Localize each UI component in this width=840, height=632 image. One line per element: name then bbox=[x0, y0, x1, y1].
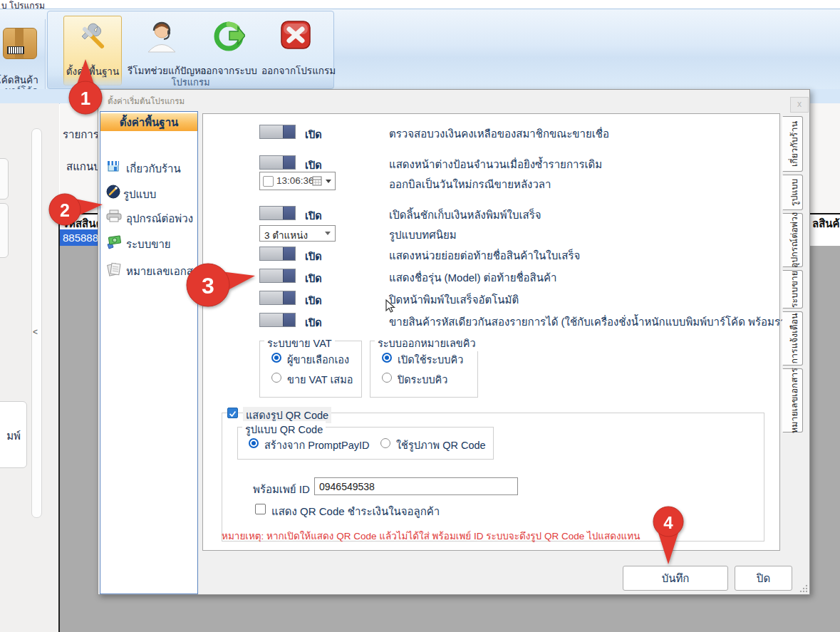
toggle-description: แสดงหน่วยย่อยต่อท้ายชื่อสินค้าในใบเสร็จ bbox=[389, 247, 580, 264]
toggle-description: เปิดลิ้นชักเก็บเงินหลังพิมพ์ใบเสร็จ bbox=[389, 207, 541, 224]
support-person-icon bbox=[145, 20, 178, 53]
resize-grip[interactable] bbox=[799, 584, 808, 593]
close-button[interactable]: ปิด bbox=[735, 566, 792, 591]
collapse-arrow: < bbox=[33, 327, 38, 337]
check-icon bbox=[228, 409, 237, 418]
radio-promptpay[interactable] bbox=[249, 438, 259, 448]
store-icon bbox=[106, 159, 120, 173]
ribbon: พ์บาร์โค้ดสินค้า เกอร์และบาร์โค้ด ตั้งค่… bbox=[0, 9, 840, 90]
group-separator bbox=[45, 19, 46, 95]
promptpay-id-input[interactable] bbox=[314, 477, 518, 495]
tools-icon bbox=[76, 21, 109, 53]
toggle-state: เปิด bbox=[305, 292, 322, 309]
toggle-state: เปิด bbox=[305, 314, 322, 331]
radio-label[interactable]: ผู้ขายเลือกเอง bbox=[287, 351, 349, 368]
combo-arrow-icon bbox=[325, 232, 331, 235]
selected-product-row[interactable]: 8858882 bbox=[60, 229, 98, 246]
mouse-cursor bbox=[385, 299, 396, 314]
queue-group-title: ระบบออกหมายเลขคิว bbox=[375, 335, 479, 351]
toggle-state: เปิด bbox=[305, 157, 322, 173]
vtab-notifications[interactable]: การแจ้งเตือน bbox=[782, 311, 803, 366]
remote-help-button[interactable]: รีโมทช่วยแก้ปัญหา bbox=[128, 16, 196, 84]
sidebar-item-format[interactable]: รูปแบบ bbox=[103, 182, 196, 203]
qr-customer-display-checkbox[interactable] bbox=[255, 504, 266, 514]
dialog-title: ตั้งค่าเริ่มต้นโปรแกรม bbox=[108, 95, 185, 108]
panel-fragment bbox=[0, 158, 9, 200]
vtab-label: เกี่ยวกับร้าน bbox=[787, 121, 802, 167]
toggle-close-print-page[interactable] bbox=[259, 291, 296, 305]
sidebar-header: ตั้งค่าพื้นฐาน bbox=[100, 113, 197, 131]
step-pin-2: 2 bbox=[47, 191, 105, 229]
toggle-show-model[interactable] bbox=[259, 269, 296, 283]
sidebar-item-about-store[interactable]: เกี่ยวกับร้าน bbox=[103, 156, 196, 177]
sidebar-item-sales-system[interactable]: ระบบขาย bbox=[103, 232, 196, 253]
qr-format-group: รูปแบบ QR Code สร้างจาก PromptPayID ใช้ร… bbox=[237, 427, 494, 460]
table-row-fragment bbox=[810, 229, 840, 246]
barcode-box-icon[interactable] bbox=[3, 28, 37, 59]
save-button[interactable]: บันทึก bbox=[623, 566, 728, 591]
toggle-show-subunit[interactable] bbox=[259, 247, 296, 261]
money-icon bbox=[106, 234, 122, 250]
vtab-label: รูปแบบ bbox=[787, 179, 802, 207]
svg-text:2: 2 bbox=[60, 200, 70, 220]
step-pin-1: 1 bbox=[68, 57, 105, 115]
settings-dialog: ตั้งค่าเริ่มต้นโปรแกรม x ตั้งค่าพื้นฐาน … bbox=[98, 89, 810, 595]
vtab-about-store[interactable]: เกี่ยวกับร้าน bbox=[782, 116, 803, 172]
toggle-state: เปิด bbox=[305, 270, 322, 286]
collapse-splitter[interactable]: < bbox=[31, 128, 42, 518]
vtab-sales-system[interactable]: ระบบขาย bbox=[782, 270, 803, 309]
dialog-close-button[interactable]: x bbox=[790, 97, 809, 113]
decimal-row-label: รูปแบบทศนิยม bbox=[389, 227, 457, 244]
exit-program-button[interactable]: ออกจากโปรแกรม bbox=[261, 16, 330, 84]
toggle-description: ปิดหน้าพิมพ์ใบเสร็จอัตโนมัติ bbox=[389, 291, 519, 309]
toggle-duplicate-code-sale[interactable] bbox=[259, 313, 296, 327]
time-row-label: ออกบิลเป็นวันใหม่กรณีขายหลังวลา bbox=[389, 176, 551, 193]
dialog-sidebar: ตั้งค่าพื้นฐาน เกี่ยวกับร้าน รูปแบบ bbox=[100, 111, 198, 594]
toggle-description: ตรวจสอบวงเงินคงเหลือของสมาชิกขณะขายเชื่อ bbox=[389, 125, 609, 143]
vtab-peripherals[interactable]: อุปกรณ์ต่อพ่วง bbox=[782, 213, 803, 267]
sidebar-item-document-numbers[interactable]: หมายเลขเอกสาร bbox=[103, 259, 196, 280]
vtab-format[interactable]: รูปแบบ bbox=[782, 175, 803, 210]
vat-system-group: ระบบขาย VAT ผู้ขายเลือกเอง ขาย VAT เสมอ bbox=[259, 341, 362, 398]
qr-customer-display-label[interactable]: แสดง QR Code ชำระเงินในจอลูกค้า bbox=[271, 503, 440, 520]
radio-label[interactable]: ปิดระบบคิว bbox=[398, 371, 447, 388]
qr-note: หมายเหตุ: หากเปิดให้แสดง QR Code แล้วไม่… bbox=[222, 528, 640, 544]
show-qr-checkbox[interactable] bbox=[227, 408, 238, 418]
toggle-state: เปิด bbox=[305, 248, 322, 264]
radio-queue-on[interactable] bbox=[382, 353, 392, 363]
radio-label[interactable]: ใช้รูปภาพ QR Code bbox=[396, 437, 486, 453]
barcode-stripes bbox=[7, 46, 24, 54]
vtab-label: การแจ้งเตือน bbox=[787, 313, 802, 363]
svg-text:4: 4 bbox=[663, 513, 673, 532]
radio-label[interactable]: สร้างจาก PromptPayID bbox=[264, 437, 370, 453]
time-value: 13:06:36 bbox=[276, 175, 314, 186]
radio-seller-choose[interactable] bbox=[271, 353, 281, 363]
calendar-icon bbox=[312, 176, 322, 186]
new-day-time-picker[interactable]: 13:06:36 bbox=[259, 172, 336, 190]
logout-icon bbox=[212, 20, 245, 53]
time-checkbox[interactable] bbox=[263, 176, 274, 187]
toggle-description: ขายสินค้ารหัสเดียวกันสองรายการได้ (ใช้กั… bbox=[389, 314, 803, 331]
toggle-check-credit-limit[interactable] bbox=[259, 125, 296, 139]
decimal-places-dropdown[interactable]: 3 ตำแหน่ง bbox=[259, 225, 336, 242]
step-pin-4: 4 bbox=[652, 504, 685, 566]
vtab-document-numbers[interactable]: หมายเลขเอกสาร bbox=[782, 368, 803, 432]
radio-queue-off[interactable] bbox=[382, 373, 392, 383]
radio-label[interactable]: ขาย VAT เสมอ bbox=[287, 371, 353, 388]
vtab-label: ระบบขาย bbox=[787, 271, 802, 308]
svg-text:1: 1 bbox=[81, 88, 90, 109]
queue-system-group: ระบบออกหมายเลขคิว เปิดใช้ระบบคิว ปิดระบบ… bbox=[370, 341, 478, 398]
logout-button[interactable]: ออกจากระบบ bbox=[200, 16, 257, 84]
radio-always-vat[interactable] bbox=[271, 373, 281, 383]
promptpay-id-label: พร้อมเพย์ ID bbox=[253, 481, 310, 498]
exit-icon bbox=[279, 20, 312, 51]
sidebar-item-peripherals[interactable]: อุปกรณ์ต่อพ่วง bbox=[103, 206, 196, 227]
toggle-open-cash-drawer[interactable] bbox=[259, 206, 296, 220]
radio-qr-image[interactable] bbox=[380, 438, 390, 448]
documents-icon bbox=[106, 261, 122, 277]
sidebar-label: อุปกรณ์ต่อพ่วง bbox=[126, 210, 193, 227]
print-button-partial[interactable]: มพ์ bbox=[0, 401, 27, 468]
radio-label[interactable]: เปิดใช้ระบบคิว bbox=[398, 351, 463, 368]
toggle-show-qty-window[interactable] bbox=[259, 155, 296, 170]
dropdown-arrow-icon[interactable] bbox=[326, 180, 331, 183]
